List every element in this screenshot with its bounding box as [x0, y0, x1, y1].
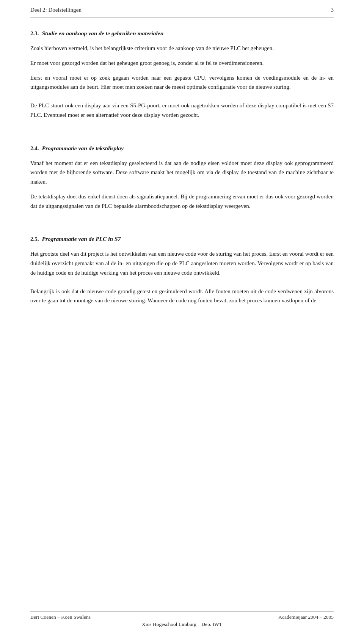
section-2-4-para-2: De tekstdisplay doet dus enkel dienst do…	[30, 192, 334, 211]
header-title: Deel 2: Doelstellingen	[30, 7, 82, 13]
section-2-4-para-1: Vanaf het moment dat er een tekstdisplay…	[30, 159, 334, 187]
section-2-5-title: Programmatie van de PLC in S7	[42, 236, 121, 242]
section-2-3-title: Studie en aankoop van de te gebruiken ma…	[42, 30, 164, 37]
section-2-4-heading: 2.4. Programmatie van de tekstdisplay	[30, 145, 334, 152]
page-wrapper: Deel 2: Doelstellingen 3 2.3. Studie en …	[0, 0, 364, 632]
footer-bottom-row: Xios Hogeschool Limburg – Dep. IWT	[30, 621, 334, 627]
footer-center-text: Xios Hogeschool Limburg – Dep. IWT	[142, 621, 222, 627]
section-2-5-heading: 2.5. Programmatie van de PLC in S7	[30, 236, 334, 242]
section-2-3-para-1: Zoals hierboven vermeld, is het belangri…	[30, 44, 334, 53]
footer-left-text: Bert Coenen – Koen Swalens	[30, 614, 91, 620]
section-2-3-para-4: De PLC stuurt ook een display aan via ee…	[30, 101, 334, 120]
main-content: 2.3. Studie en aankoop van de te gebruik…	[30, 28, 334, 305]
section-2-3-para-3: Eerst en vooral moet er op zoek gegaan w…	[30, 73, 334, 92]
section-2-3-number: 2.3.	[30, 30, 39, 37]
section-2-3-heading: 2.3. Studie en aankoop van de te gebruik…	[30, 30, 334, 37]
section-2-3-para-2: Er moet voor gezorgd worden dat het gehe…	[30, 58, 334, 68]
page-footer: Bert Coenen – Koen Swalens Academiejaar …	[0, 612, 364, 632]
page-header: Deel 2: Doelstellingen 3	[30, 0, 334, 17]
section-2-5-number: 2.5.	[30, 236, 39, 242]
section-2-4-number: 2.4.	[30, 145, 39, 152]
header-page-number: 3	[331, 7, 334, 13]
section-2-5-para-2: Belangrijk is ook dat de nieuwe code gro…	[30, 287, 334, 306]
section-2-4-title: Programmatie van de tekstdisplay	[42, 145, 124, 152]
footer-right-text: Academiejaar 2004 – 2005	[278, 614, 334, 620]
footer-divider	[30, 612, 334, 612]
section-2-5-para-1: Het grootste deel van dit project is het…	[30, 249, 334, 277]
footer-content: Bert Coenen – Koen Swalens Academiejaar …	[30, 614, 334, 620]
